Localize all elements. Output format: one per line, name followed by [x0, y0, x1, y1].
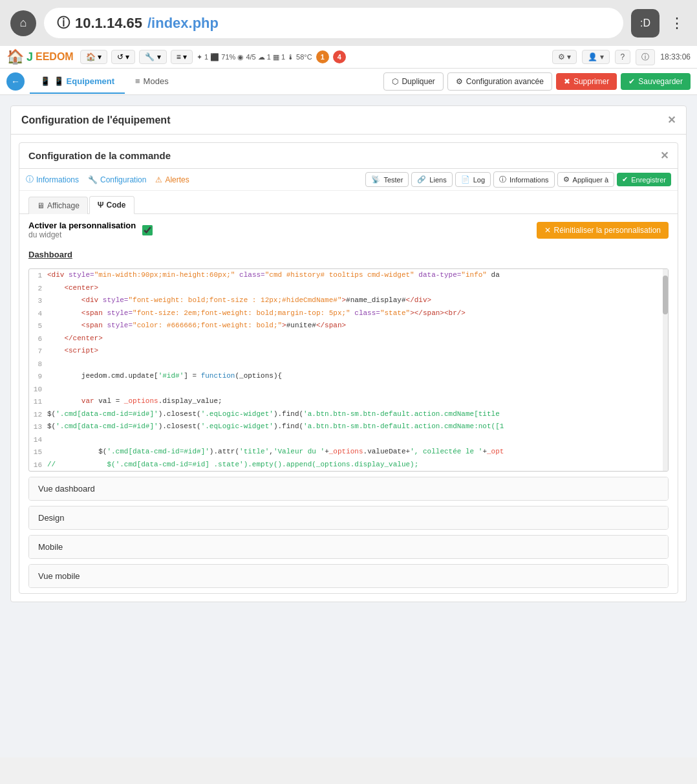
code-line-6: 6 </center> — [29, 332, 668, 345]
enregistrer-button[interactable]: ✔ Enregistrer — [617, 173, 671, 186]
tab-modes-label: Modes — [144, 76, 169, 86]
tab-bar: ← 📱 📱 Equipement ≡ Modes ⬡ Dupliquer ⚙ C… — [0, 69, 697, 95]
browser-action-button[interactable]: :D — [631, 9, 659, 38]
code-line-5: 5 <span style="color: #666666;font-weigh… — [29, 320, 668, 332]
code-line-11: 11 var val = _options.display_value; — [29, 395, 668, 408]
tab-configuration-left[interactable]: 🔧 Configuration — [88, 175, 146, 184]
scenario-nav-button[interactable]: ↺ ▾ — [111, 50, 135, 64]
left-tabs: ⓘ Informations 🔧 Configuration ⚠ Alertes — [26, 174, 189, 185]
home-button[interactable]: ⌂ — [10, 10, 36, 36]
menu-nav-button[interactable]: ≡ ▾ — [171, 50, 193, 64]
outer-panel: Configuration de l'équipement ✕ Configur… — [10, 105, 687, 602]
sauvegarder-label: Sauvegarder — [638, 77, 683, 86]
design-label: Design — [38, 513, 64, 523]
tab-modes[interactable]: ≡ Modes — [125, 70, 179, 94]
action-icon: :D — [640, 17, 650, 29]
alertes-icon-left: ⚠ — [155, 175, 162, 184]
mobile-header[interactable]: Mobile — [29, 536, 668, 558]
tab-equipement[interactable]: 📱 📱 Equipement — [30, 70, 125, 94]
activate-checkbox[interactable] — [142, 225, 153, 235]
liens-icon: 🔗 — [417, 175, 426, 184]
supprimer-button[interactable]: ✖ Supprimer — [556, 73, 617, 90]
code-line-7: 7 <script> — [29, 345, 668, 358]
help-button[interactable]: ? — [615, 50, 631, 64]
url-host: 10.1.14.65 — [75, 15, 142, 32]
notification-badge-2[interactable]: 4 — [333, 50, 346, 63]
dupliquer-icon: ⬡ — [392, 77, 398, 86]
outer-panel-close[interactable]: ✕ — [667, 114, 676, 126]
user-dropdown[interactable]: 👤 ▾ — [582, 50, 609, 64]
inner-panel-close[interactable]: ✕ — [660, 149, 669, 162]
scrollbar-thumb[interactable] — [663, 276, 668, 314]
notification-badge-1[interactable]: 1 — [316, 50, 329, 63]
supprimer-icon: ✖ — [564, 77, 570, 86]
right-tabs: 📡 Tester 🔗 Liens 📄 Log ⓘ — [365, 171, 671, 188]
code-line-1: 1 <div style="min-width:90px;min-height:… — [29, 269, 668, 282]
code-line-4: 4 <span style="font-size: 2em;font-weigh… — [29, 307, 668, 320]
address-bar[interactable]: ⓘ 10.1.14.65 /index.php — [44, 8, 623, 38]
reset-personalisation-button[interactable]: ✕ Réinitialiser la personnalisation — [537, 222, 669, 239]
code-line-12: 12 $('.cmd[data-cmd-id=#id#]').closest('… — [29, 408, 668, 421]
tab-code[interactable]: Ψ Code — [89, 196, 134, 214]
logo-j: J — [27, 50, 33, 64]
tester-button[interactable]: 📡 Tester — [365, 172, 409, 187]
equipement-icon: 📱 — [40, 76, 50, 86]
scrollbar[interactable] — [663, 269, 668, 471]
log-label: Log — [473, 176, 485, 184]
design-section: Design — [28, 506, 669, 530]
liens-button[interactable]: 🔗 Liens — [411, 172, 452, 187]
tab-informations-left[interactable]: ⓘ Informations — [26, 174, 79, 185]
activate-label: Activer la personnalisation — [28, 221, 136, 230]
appliquer-label: Appliquer à — [573, 176, 609, 184]
inner-panel-header: Configuration de la commande ✕ — [19, 143, 678, 169]
stats-area: ✦ 1 ⬛ 71% ◉ 4/5 ☁ 1 ▦ 1 🌡 58°C — [197, 53, 312, 61]
code-icon: Ψ — [98, 201, 104, 210]
log-button[interactable]: 📄 Log — [455, 172, 491, 187]
config-icon-left: 🔧 — [88, 175, 98, 184]
informations-right-button[interactable]: ⓘ Informations — [493, 171, 555, 188]
app-logo: 🏠 J EEDOM — [6, 49, 74, 65]
tab-affichage[interactable]: 🖥 Affichage — [28, 197, 88, 214]
code-line-3: 3 <div style="font-weight: bold;font-siz… — [29, 294, 668, 307]
log-icon: 📄 — [461, 175, 470, 184]
enregistrer-label: Enregistrer — [631, 176, 666, 184]
vue-mobile-header[interactable]: Vue mobile — [29, 565, 668, 587]
widget-personalize-row: Activer la personnalisation du widget ✕ … — [19, 214, 678, 246]
tools-nav-button[interactable]: 🔧 ▾ — [139, 50, 166, 64]
back-button[interactable]: ← — [6, 72, 25, 91]
home-nav-button[interactable]: 🏠 ▾ — [80, 50, 107, 64]
outer-panel-title: Configuration de l'équipement — [21, 114, 170, 126]
activate-sublabel: du widget — [28, 230, 136, 239]
info-icon-left: ⓘ — [26, 174, 34, 185]
settings-dropdown[interactable]: ⚙ ▾ — [552, 50, 577, 64]
design-header[interactable]: Design — [29, 506, 668, 529]
config-avancee-button[interactable]: ⚙ Configuration avancée — [447, 72, 552, 91]
code-line-2: 2 <center> — [29, 282, 668, 295]
appliquer-button[interactable]: ⚙ Appliquer à — [557, 172, 615, 187]
code-line-15: 15 $('.cmd[data-cmd-id=#id#]').attr('tit… — [29, 446, 668, 459]
sauvegarder-button[interactable]: ✔ Sauvegarder — [621, 73, 691, 90]
inner-panel-title: Configuration de la commande — [28, 150, 171, 161]
browser-menu-button[interactable]: ⋮ — [667, 12, 687, 34]
dupliquer-button[interactable]: ⬡ Dupliquer — [383, 72, 443, 91]
config-label: Configuration avancée — [466, 77, 544, 86]
logo-eedom: EEDOM — [36, 51, 74, 63]
vue-dashboard-section: Vue dashboard — [28, 477, 669, 501]
config-icon: ⚙ — [456, 77, 463, 86]
nav-right: ⚙ ▾ 👤 ▾ ? ⓘ 18:33:06 — [552, 49, 691, 65]
info-button[interactable]: ⓘ — [636, 49, 655, 65]
reset-icon: ✕ — [544, 226, 551, 235]
code-editor[interactable]: 1 <div style="min-width:90px;min-height:… — [28, 268, 669, 472]
modes-icon: ≡ — [135, 76, 140, 86]
code-line-8: 8 — [29, 358, 668, 371]
code-line-13: 13 $('.cmd[data-cmd-id=#id#]').closest('… — [29, 420, 668, 433]
mobile-section: Mobile — [28, 535, 669, 559]
reset-label: Réinitialiser la personnalisation — [554, 226, 661, 235]
enregistrer-icon: ✔ — [622, 175, 628, 184]
vue-dashboard-header[interactable]: Vue dashboard — [29, 477, 668, 500]
configuration-left-label: Configuration — [100, 175, 146, 184]
tab-alertes-left[interactable]: ⚠ Alertes — [155, 175, 189, 184]
browser-chrome: ⌂ ⓘ 10.1.14.65 /index.php :D ⋮ — [0, 0, 697, 46]
clock: 18:33:06 — [660, 52, 691, 61]
alertes-left-label: Alertes — [165, 175, 189, 184]
